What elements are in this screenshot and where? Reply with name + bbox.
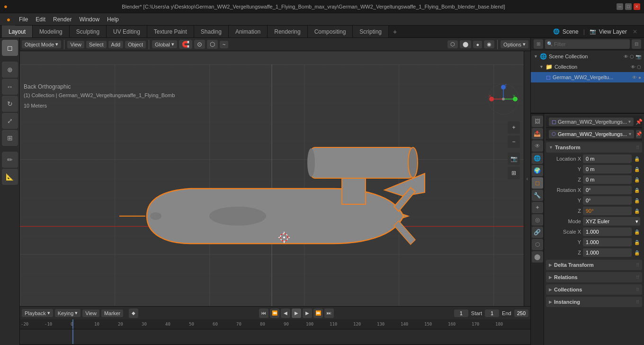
instancing-header[interactable]: ▶ Instancing ⠿ [546, 297, 642, 307]
scale-x-lock[interactable]: 🔒 [634, 228, 640, 235]
menu-render[interactable]: Render [49, 13, 75, 26]
tab-shading[interactable]: Shading [194, 26, 229, 37]
delta-options[interactable]: ⠿ [636, 263, 639, 268]
start-frame-input[interactable]: 1 [485, 309, 499, 317]
tool-cursor[interactable]: ⊕ [2, 62, 18, 78]
end-frame-input[interactable]: 250 [514, 309, 528, 317]
keyframe-button[interactable]: ◆ [129, 309, 138, 318]
tab-scripting[interactable]: Scripting [353, 26, 389, 37]
prev-frame-button[interactable]: ⏪ [270, 309, 279, 318]
props-constraints-tab[interactable]: 🔗 [532, 227, 543, 238]
relations-options[interactable]: ⠿ [636, 275, 639, 280]
viewport-canvas[interactable]: Back Orthographic (1) Collection | Germa… [20, 64, 524, 306]
zoom-out-button[interactable]: − [508, 136, 520, 148]
transform-section-header[interactable]: ▼ Transform ⠿ [546, 142, 642, 153]
location-y-lock[interactable]: 🔒 [634, 166, 640, 172]
tool-select[interactable]: ◻ [2, 40, 18, 56]
current-frame-input[interactable]: 1 [454, 309, 468, 317]
menu-help[interactable]: Help [103, 13, 123, 26]
add-workspace-button[interactable]: + [389, 26, 401, 37]
shading-material[interactable]: ● [473, 41, 482, 48]
object-data-selector[interactable]: ⬡ German_WW2_Vergeltungs... ▾ [549, 130, 634, 138]
view-layer-selector[interactable]: View Layer [599, 28, 627, 35]
tab-texture-paint[interactable]: Texture Paint [147, 26, 194, 37]
prev-keyframe-button[interactable]: ◀ [281, 309, 290, 318]
blender-logo[interactable]: ● [2, 13, 15, 26]
menu-edit[interactable]: Edit [32, 13, 49, 26]
props-object-tab[interactable]: ◻ [532, 177, 543, 189]
maximize-button[interactable]: □ [625, 3, 632, 10]
props-material-tab[interactable]: ⬤ [532, 251, 543, 263]
scale-x-field[interactable]: 1.000 [583, 227, 632, 236]
tab-modeling[interactable]: Modeling [33, 26, 70, 37]
props-view-tab[interactable]: 👁 [532, 140, 543, 152]
rotation-x-lock[interactable]: 🔒 [634, 187, 640, 193]
tool-transform[interactable]: ⊞ [2, 130, 18, 146]
scene-collection-item[interactable]: ▼ 🌐 Scene Collection 👁 ⬡ 📷 [531, 51, 644, 62]
next-keyframe-button[interactable]: ▶ [303, 309, 312, 318]
shading-render[interactable]: ◉ [484, 40, 494, 48]
scale-y-lock[interactable]: 🔒 [634, 239, 640, 245]
outliner-view-button[interactable]: ⊞ [534, 39, 543, 49]
props-output-tab[interactable]: 📤 [532, 128, 543, 139]
location-z-lock[interactable]: 🔒 [634, 176, 640, 183]
props-particles-tab[interactable]: ✦ [532, 202, 543, 213]
scale-z-field[interactable]: 1.000 [583, 248, 632, 257]
tab-uv-editing[interactable]: UV Editing [107, 26, 147, 37]
shading-solid[interactable]: ⬤ [460, 40, 471, 48]
tool-measure[interactable]: 📐 [2, 169, 18, 185]
tool-scale[interactable]: ⤢ [2, 113, 18, 129]
marker-menu[interactable]: Marker [101, 309, 123, 317]
location-x-lock[interactable]: 🔒 [634, 155, 640, 162]
view-menu[interactable]: View [67, 41, 84, 48]
rotation-y-lock[interactable]: 🔒 [634, 197, 640, 204]
grid-view-button[interactable]: ⊞ [508, 167, 520, 179]
timeline-track[interactable] [20, 329, 530, 344]
location-x-field[interactable]: 0 m [583, 154, 632, 163]
object-name-button[interactable]: ◻ German_WW2_Vergeltungs... ▾ [549, 118, 634, 126]
tool-annotate[interactable]: ✏ [2, 152, 18, 168]
relations-header[interactable]: ▶ Relations ⠿ [546, 272, 642, 282]
transform-options[interactable]: ⠿ [636, 145, 639, 150]
tab-compositing[interactable]: Compositing [308, 26, 353, 37]
right-panel-toggle[interactable]: ‹ [524, 51, 530, 306]
xray-toggle[interactable]: ~ [220, 41, 228, 48]
outliner-filter-button[interactable]: ⊟ [632, 39, 641, 49]
jump-end-button[interactable]: ⏭ [324, 309, 334, 318]
snap-button[interactable]: 🧲 [179, 40, 192, 49]
props-scene-tab[interactable]: 🌐 [532, 153, 543, 164]
scale-y-field[interactable]: 1.000 [583, 238, 632, 246]
rotation-mode-dropdown[interactable]: XYZ Euler ▾ [583, 217, 640, 226]
props-render-tab[interactable]: 🖼 [532, 116, 543, 127]
location-y-field[interactable]: 0 m [583, 165, 632, 173]
proportional-edit-button[interactable]: ⊙ [194, 40, 205, 49]
tool-move[interactable]: ↔ [2, 79, 18, 95]
props-data-tab[interactable]: ⬡ [532, 239, 543, 250]
tool-rotate[interactable]: ↻ [2, 96, 18, 112]
props-world-tab[interactable]: 🌍 [532, 165, 543, 176]
camera-view-button[interactable]: 📷 [508, 153, 520, 165]
menu-file[interactable]: File [15, 13, 32, 26]
play-button[interactable]: ▶ [292, 309, 301, 318]
overlay-toggle[interactable]: ⬡ [207, 40, 218, 49]
collection-item[interactable]: ▼ 📁 Collection 👁 ⬡ [531, 62, 644, 72]
playback-menu[interactable]: Playback ▾ [22, 309, 53, 317]
add-menu[interactable]: Add [108, 41, 124, 48]
delta-transform-header[interactable]: ▶ Delta Transform ⠿ [546, 260, 642, 270]
object-item[interactable]: ◻ German_WW2_Vergeltu... 👁 ● [531, 72, 644, 82]
navigation-gizmo[interactable]: X Y Z [487, 82, 520, 116]
next-frame-button[interactable]: ⏩ [313, 309, 323, 318]
3d-viewport[interactable]: Back Orthographic (1) Collection | Germa… [20, 51, 524, 306]
object-pin-button[interactable]: 📌 [635, 117, 643, 127]
rotation-y-field[interactable]: 0° [583, 196, 632, 205]
object-menu[interactable]: Object [125, 41, 146, 48]
collections-options[interactable]: ⠿ [636, 287, 639, 292]
outliner-search[interactable]: 🔍 Filter [545, 39, 630, 49]
keying-menu[interactable]: Keying ▾ [55, 309, 81, 317]
view-menu-timeline[interactable]: View [82, 309, 99, 317]
minimize-button[interactable]: ─ [617, 3, 623, 10]
tab-sculpting[interactable]: Sculpting [70, 26, 107, 37]
close-button[interactable]: ✕ [634, 3, 640, 10]
select-menu[interactable]: Select [86, 41, 107, 48]
props-physics-tab[interactable]: ◎ [532, 214, 543, 226]
